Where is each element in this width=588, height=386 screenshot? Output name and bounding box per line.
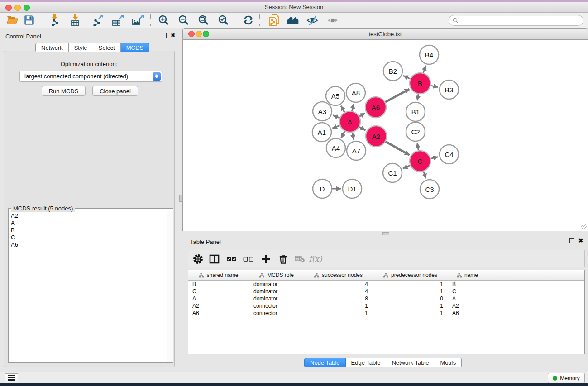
search-field[interactable] — [449, 15, 583, 26]
graph-edge-A-A7[interactable] — [352, 132, 354, 139]
graph-edge-C-C1[interactable] — [403, 165, 410, 168]
graph-node-B1[interactable]: B1 — [406, 102, 425, 121]
cell-successor-nodes[interactable]: 4 — [304, 288, 373, 295]
cell-predecessor-nodes[interactable]: 1 — [373, 303, 448, 309]
cell-shared-name[interactable]: B — [188, 281, 249, 287]
cell-predecessor-nodes[interactable]: 1 — [373, 310, 448, 316]
graph-edge-A-A1[interactable] — [332, 125, 339, 128]
cell-name[interactable]: A2 — [448, 303, 487, 309]
graph-node-A8[interactable]: A8 — [346, 83, 365, 102]
graph-edge-C-C3[interactable] — [424, 172, 426, 179]
tab-select[interactable]: Select — [93, 43, 121, 52]
tab-network-table[interactable]: Network Table — [386, 358, 435, 367]
cell-shared-name[interactable]: A6 — [188, 310, 249, 316]
table-float-panel-icon[interactable] — [569, 238, 574, 243]
zoom-out-button[interactable] — [176, 14, 191, 27]
graph-node-D[interactable]: D — [313, 179, 332, 198]
mcds-result-item[interactable]: B — [9, 227, 172, 234]
mcds-result-item[interactable]: A6 — [9, 241, 172, 248]
run-mcds-button[interactable]: Run MCDS — [42, 86, 86, 96]
save-session-button[interactable] — [21, 14, 37, 27]
mcds-result-item[interactable]: C — [9, 234, 172, 241]
mcds-result-item[interactable]: A2 — [9, 212, 172, 219]
graph-node-A4[interactable]: A4 — [326, 138, 345, 157]
table-row-B[interactable]: Bdominator41B — [188, 281, 584, 288]
cell-predecessor-nodes[interactable]: 0 — [373, 295, 448, 302]
table-row-A6[interactable]: A6connector11A6 — [188, 310, 584, 317]
zoom-fit-button[interactable] — [196, 14, 211, 27]
column-header-MCDS-role[interactable]: MCDS role — [249, 270, 304, 280]
graph-node-B3[interactable]: B3 — [440, 80, 459, 99]
tab-edge-table[interactable]: Edge Table — [346, 358, 387, 367]
import-table-button[interactable] — [68, 14, 83, 27]
graph-node-C3[interactable]: C3 — [420, 180, 439, 199]
graph-node-A5[interactable]: A5 — [326, 86, 345, 105]
memory-button[interactable]: Memory — [548, 373, 585, 383]
graph-node-C[interactable]: C — [410, 151, 430, 172]
table-row-C[interactable]: Cdominator41C — [188, 288, 584, 295]
cell-MCDS-role[interactable]: dominator — [249, 288, 304, 295]
graph-node-C2[interactable]: C2 — [406, 122, 425, 141]
column-header-name[interactable]: name — [448, 270, 487, 280]
horizontal-splitter-handle[interactable] — [382, 232, 389, 235]
cell-MCDS-role[interactable]: dominator — [249, 281, 304, 287]
mcds-result-item[interactable]: A — [9, 219, 172, 227]
zoom-selected-button[interactable] — [215, 14, 231, 27]
import-network-button[interactable] — [47, 14, 62, 27]
graph-edge-A-A3[interactable] — [333, 115, 339, 118]
graph-node-A3[interactable]: A3 — [313, 102, 332, 121]
settings-gear-button[interactable] — [191, 253, 205, 265]
graph-edge-B-B3[interactable] — [430, 86, 438, 87]
cell-shared-name[interactable]: A — [188, 295, 249, 302]
graph-node-B4[interactable]: B4 — [420, 45, 439, 64]
graph-edge-A-A6[interactable] — [359, 113, 365, 116]
cell-name[interactable]: B — [448, 281, 487, 287]
cell-name[interactable]: C — [448, 288, 487, 295]
graph-edge-A-A4[interactable] — [341, 131, 345, 138]
clone-network-button[interactable] — [267, 14, 282, 27]
column-header-shared-name[interactable]: shared name — [188, 270, 249, 280]
export-table-button[interactable] — [110, 14, 126, 27]
select-all-button[interactable] — [225, 253, 239, 265]
mcds-result-list[interactable]: A2ABCA6 — [9, 212, 172, 362]
add-row-button[interactable] — [258, 253, 273, 265]
search-input[interactable] — [460, 16, 583, 24]
graph-node-A6[interactable]: A6 — [365, 97, 386, 118]
deselect-all-button[interactable] — [241, 253, 256, 265]
function-builder-button[interactable]: f(x) — [308, 253, 323, 265]
cell-name[interactable]: A6 — [448, 310, 487, 316]
delete-table-button[interactable] — [292, 253, 307, 265]
cell-shared-name[interactable]: A2 — [188, 303, 249, 309]
graph-edge-A-A5[interactable] — [341, 106, 344, 112]
graph-node-C1[interactable]: C1 — [383, 163, 402, 182]
tab-network[interactable]: Network — [35, 43, 69, 52]
hide-eye-button[interactable] — [305, 14, 320, 27]
graph-node-A[interactable]: A — [339, 111, 360, 132]
main-titlebar[interactable]: Session: New Session — [0, 2, 588, 13]
graph-node-D1[interactable]: D1 — [343, 179, 362, 198]
graph-node-A1[interactable]: A1 — [312, 123, 331, 142]
cell-MCDS-role[interactable]: connector — [249, 303, 304, 309]
graph-node-B[interactable]: B — [410, 73, 430, 94]
graph-edge-C-C2[interactable] — [417, 143, 419, 151]
table-close-panel-icon[interactable]: ✖ — [578, 239, 583, 243]
column-header-predecessor-nodes[interactable]: predecessor nodes — [373, 270, 448, 280]
tab-style[interactable]: Style — [69, 43, 93, 52]
export-image-button[interactable] — [130, 14, 146, 27]
network-window-titlebar[interactable]: testGlobe.txt — [182, 28, 588, 40]
graph-node-C4[interactable]: C4 — [440, 145, 459, 164]
graph-node-B2[interactable]: B2 — [383, 62, 402, 81]
graph-edge-C-C4[interactable] — [430, 157, 438, 159]
table-row-A[interactable]: Adominator80A — [188, 295, 584, 302]
graph-edge-A-A8[interactable] — [352, 104, 354, 111]
cell-predecessor-nodes[interactable]: 1 — [373, 281, 448, 287]
node-table[interactable]: shared nameMCDS rolesuccessor nodesprede… — [188, 270, 585, 354]
task-history-button[interactable] — [5, 373, 18, 383]
tab-motifs[interactable]: Motifs — [435, 358, 462, 367]
graph-edge-B-B1[interactable] — [417, 94, 418, 101]
graph-node-A7[interactable]: A7 — [347, 141, 366, 160]
tab-mcds[interactable]: MCDS — [121, 43, 149, 52]
cell-MCDS-role[interactable]: dominator — [249, 295, 304, 302]
graph-node-A2[interactable]: A2 — [366, 126, 387, 147]
window-resize-grip[interactable] — [581, 224, 587, 230]
